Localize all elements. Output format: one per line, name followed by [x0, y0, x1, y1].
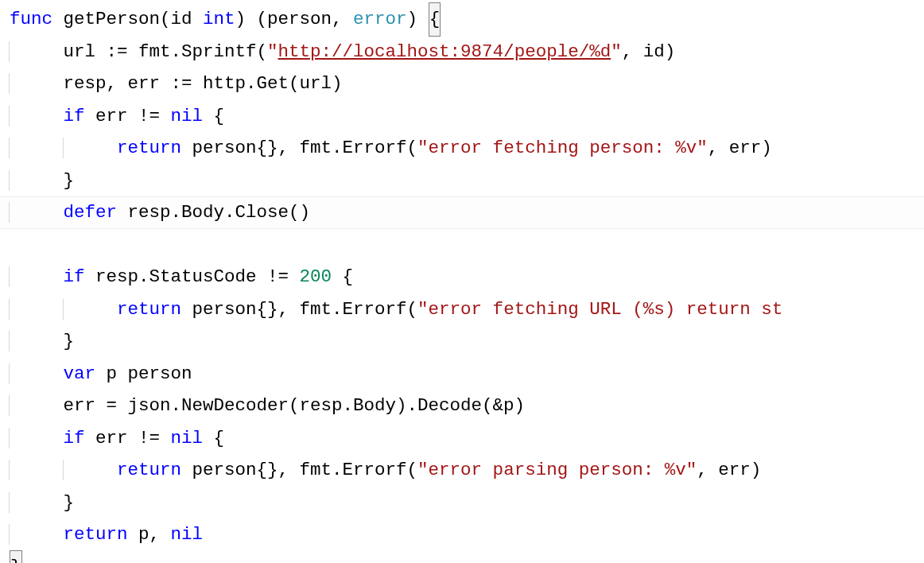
- matched-brace: {: [429, 2, 441, 37]
- keyword-token: nil: [171, 428, 204, 448]
- text-token: , id): [622, 41, 676, 62]
- string-token: ": [611, 41, 622, 62]
- indent-guide: [9, 73, 64, 94]
- code-line: err = json.NewDecoder(resp.Body).Decode(…: [10, 395, 525, 416]
- code-line: resp, err := http.Get(url): [10, 73, 343, 94]
- indent-guide: [9, 460, 64, 480]
- keyword-token: return: [64, 524, 128, 545]
- code-line: return p, nil: [10, 524, 203, 545]
- text-token: resp.StatusCode !=: [85, 266, 300, 287]
- string-token: ": [267, 41, 278, 62]
- code-line: }: [10, 170, 74, 191]
- code-line: var p person: [10, 363, 192, 384]
- indent-guide: [9, 138, 64, 158]
- text-token: {: [203, 428, 224, 448]
- url-token: http://localhost:9874/people/%d: [278, 41, 611, 62]
- keyword-token: return: [117, 138, 181, 158]
- text-token: person{}, fmt.Errorf(: [181, 138, 417, 158]
- text-token: }: [64, 492, 75, 513]
- text-token: , err): [708, 138, 772, 158]
- text-token: }: [64, 331, 75, 351]
- text-token: resp, err := http.Get(url): [64, 73, 343, 94]
- text-token: ) (person,: [235, 9, 354, 29]
- indent-guide: [9, 266, 64, 287]
- indent-guide: [9, 395, 64, 416]
- matched-brace: }: [10, 550, 22, 564]
- indent-guide: [9, 428, 64, 448]
- code-editor[interactable]: func getPerson(id int) (person, error) {…: [0, 0, 924, 563]
- code-line: }: [10, 492, 74, 513]
- number-token: 200: [300, 266, 332, 287]
- indent-guide: [9, 170, 64, 191]
- code-line: if err != nil {: [10, 106, 224, 126]
- text-token: p person: [95, 363, 192, 384]
- string-token: "error parsing person: %v": [417, 460, 697, 480]
- string-token: "error fetching URL (%s) return st: [417, 299, 782, 320]
- indent-guide: [9, 106, 64, 126]
- keyword-token: nil: [171, 524, 204, 545]
- indent-guide: [9, 331, 64, 351]
- text-token: }: [64, 170, 75, 191]
- code-line: return person{}, fmt.Errorf("error fetch…: [10, 138, 772, 158]
- indent-guide: [63, 460, 118, 480]
- indent-guide: [9, 299, 64, 320]
- text-token: p,: [128, 524, 171, 545]
- text-token: , err): [697, 460, 761, 480]
- indent-guide: [9, 492, 64, 513]
- keyword-token: return: [117, 460, 181, 480]
- type-token: error: [353, 9, 407, 29]
- code-line: if resp.StatusCode != 200 {: [10, 266, 353, 287]
- text-token: err !=: [85, 428, 171, 448]
- code-line: url := fmt.Sprintf("http://localhost:987…: [10, 41, 675, 62]
- keyword-token: nil: [171, 106, 204, 126]
- keyword-token: int: [203, 9, 235, 29]
- code-line: }: [10, 557, 22, 564]
- text-token: url := fmt.Sprintf(: [64, 41, 268, 62]
- text-token: ): [407, 9, 429, 29]
- keyword-token: if: [64, 106, 85, 126]
- indent-guide: [63, 138, 118, 158]
- indent-guide: [9, 524, 64, 545]
- text-token: {: [203, 106, 224, 126]
- keyword-token: return: [117, 299, 181, 320]
- text-token: err !=: [85, 106, 171, 126]
- keyword-token: if: [64, 266, 85, 287]
- text-token: err = json.NewDecoder(resp.Body).Decode(…: [64, 395, 526, 416]
- code-line: return person{}, fmt.Errorf("error parsi…: [10, 460, 761, 480]
- indent-guide: [9, 363, 64, 384]
- code-line: if err != nil {: [10, 428, 224, 448]
- indent-guide: [9, 41, 64, 62]
- indent-guide: [9, 202, 64, 223]
- keyword-token: defer: [64, 202, 118, 223]
- code-line: func getPerson(id int) (person, error) {: [10, 9, 441, 29]
- keyword-token: var: [64, 363, 96, 384]
- indent-guide: [63, 299, 118, 320]
- text-token: person{}, fmt.Errorf(: [181, 299, 417, 320]
- code-line: }: [10, 331, 74, 351]
- text-token: {: [332, 266, 353, 287]
- text-token: getPerson(id: [52, 9, 203, 29]
- keyword-token: if: [64, 428, 85, 448]
- code-line: return person{}, fmt.Errorf("error fetch…: [10, 299, 782, 320]
- code-line: defer resp.Body.Close(): [0, 196, 924, 229]
- keyword-token: func: [10, 9, 52, 29]
- string-token: "error fetching person: %v": [417, 138, 708, 158]
- text-token: person{}, fmt.Errorf(: [181, 460, 417, 480]
- text-token: resp.Body.Close(): [117, 202, 310, 223]
